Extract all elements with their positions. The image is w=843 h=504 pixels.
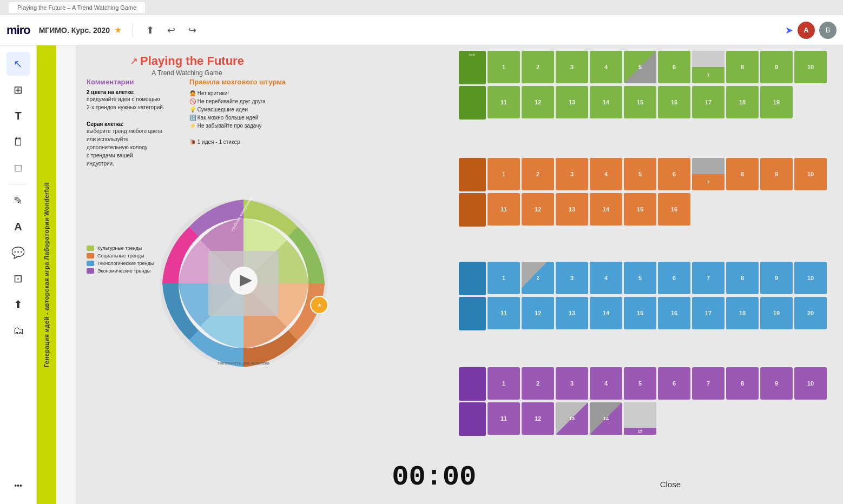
purple-card-8[interactable]: 8 bbox=[726, 367, 759, 400]
green-card-9[interactable]: 9 bbox=[760, 51, 793, 83]
purple-stub-2[interactable] bbox=[459, 402, 486, 436]
orange-card-13[interactable]: 13 bbox=[556, 193, 588, 226]
green-card-16[interactable]: 16 bbox=[658, 86, 690, 118]
blue-card-2[interactable]: 2 bbox=[522, 262, 554, 294]
green-card-18[interactable]: 18 bbox=[726, 86, 759, 118]
user-avatar[interactable]: A bbox=[798, 22, 815, 39]
upload-icon[interactable]: ⬆ bbox=[144, 22, 156, 38]
purple-card-3[interactable]: 3 bbox=[556, 367, 588, 400]
green-stub-2[interactable] bbox=[459, 86, 486, 120]
frame-tool[interactable]: ⊡ bbox=[6, 267, 30, 290]
orange-card-7[interactable]: 7 bbox=[692, 158, 725, 190]
upload-tool[interactable]: ⬆ bbox=[6, 293, 30, 316]
marker-tool[interactable]: A bbox=[6, 215, 30, 238]
orange-card-2[interactable]: 2 bbox=[522, 158, 554, 190]
shapes-tool[interactable]: □ bbox=[6, 156, 30, 180]
green-card-19[interactable]: 19 bbox=[760, 86, 793, 118]
blue-stub-1[interactable] bbox=[459, 262, 486, 295]
green-card-15[interactable]: 15 bbox=[624, 86, 656, 118]
blue-card-4[interactable]: 4 bbox=[590, 262, 622, 294]
blue-stub-2[interactable] bbox=[459, 297, 486, 330]
orange-card-16[interactable]: 16 bbox=[658, 193, 690, 226]
orange-card-4[interactable]: 4 bbox=[590, 158, 622, 190]
green-card-11[interactable]: 11 bbox=[488, 86, 520, 118]
template-tool[interactable]: 🗂 bbox=[6, 319, 30, 342]
text-tool[interactable]: T bbox=[6, 104, 30, 128]
green-card-6[interactable]: 6 bbox=[658, 51, 690, 83]
more-tools[interactable]: ••• bbox=[6, 474, 30, 498]
blue-card-3[interactable]: 3 bbox=[556, 262, 588, 294]
blue-card-17[interactable]: 17 bbox=[692, 297, 725, 329]
timer-display: 00:00 bbox=[392, 461, 476, 493]
green-stub-1[interactable]: text bbox=[459, 51, 486, 84]
green-card-10[interactable]: 10 bbox=[794, 51, 827, 83]
orange-stub-1[interactable] bbox=[459, 158, 486, 191]
grid-tool[interactable]: ⊞ bbox=[6, 78, 30, 102]
orange-stub-2[interactable] bbox=[459, 193, 486, 227]
blue-card-7[interactable]: 7 bbox=[692, 262, 725, 294]
close-button[interactable]: Close bbox=[660, 480, 681, 489]
blue-card-13[interactable]: 13 bbox=[556, 297, 588, 329]
blue-card-18[interactable]: 18 bbox=[726, 297, 759, 329]
orange-card-9[interactable]: 9 bbox=[760, 158, 793, 190]
orange-card-15[interactable]: 15 bbox=[624, 193, 656, 226]
sticky-tool[interactable]: 🗒 bbox=[6, 130, 30, 154]
purple-card-15[interactable]: 15 bbox=[624, 402, 656, 435]
green-card-13[interactable]: 13 bbox=[556, 86, 588, 118]
redo-icon[interactable]: ↪ bbox=[186, 22, 199, 38]
blue-card-10[interactable]: 10 bbox=[794, 262, 827, 294]
green-card-5[interactable]: 5 bbox=[624, 51, 656, 83]
purple-card-14[interactable]: 14 bbox=[590, 402, 622, 435]
green-card-3[interactable]: 3 bbox=[556, 51, 588, 83]
blue-card-16[interactable]: 16 bbox=[658, 297, 690, 329]
purple-stub-1[interactable] bbox=[459, 367, 486, 401]
green-card-1[interactable]: 1 bbox=[488, 51, 520, 83]
blue-card-5[interactable]: 5 bbox=[624, 262, 656, 294]
green-card-2[interactable]: 2 bbox=[522, 51, 554, 83]
orange-card-14[interactable]: 14 bbox=[590, 193, 622, 226]
purple-card-7[interactable]: 7 bbox=[692, 367, 725, 400]
blue-card-15[interactable]: 15 bbox=[624, 297, 656, 329]
orange-card-5[interactable]: 5 bbox=[624, 158, 656, 190]
green-card-17[interactable]: 17 bbox=[692, 86, 725, 118]
green-card-12[interactable]: 12 bbox=[522, 86, 554, 118]
blue-card-20[interactable]: 20 bbox=[794, 297, 827, 329]
purple-card-1[interactable]: 1 bbox=[488, 367, 520, 400]
purple-card-4[interactable]: 4 bbox=[590, 367, 622, 400]
purple-card-6[interactable]: 6 bbox=[658, 367, 690, 400]
orange-card-11[interactable]: 11 bbox=[488, 193, 520, 226]
purple-card-2[interactable]: 2 bbox=[522, 367, 554, 400]
orange-card-12[interactable]: 12 bbox=[522, 193, 554, 226]
purple-card-11[interactable]: 11 bbox=[488, 402, 520, 435]
share-icon[interactable]: ➤ bbox=[785, 24, 793, 36]
undo-icon[interactable]: ↩ bbox=[165, 22, 177, 38]
green-card-8[interactable]: 8 bbox=[726, 51, 759, 83]
user-avatar-2[interactable]: B bbox=[819, 22, 837, 39]
blue-card-8[interactable]: 8 bbox=[726, 262, 759, 294]
cursor-tool[interactable]: ↖ bbox=[6, 52, 30, 76]
purple-card-10[interactable]: 10 bbox=[794, 367, 827, 400]
blue-card-9[interactable]: 9 bbox=[760, 262, 793, 294]
orange-card-1[interactable]: 1 bbox=[488, 158, 520, 190]
orange-card-10[interactable]: 10 bbox=[794, 158, 827, 190]
purple-card-9[interactable]: 9 bbox=[760, 367, 793, 400]
purple-card-5[interactable]: 5 bbox=[624, 367, 656, 400]
green-card-14[interactable]: 14 bbox=[590, 86, 622, 118]
blue-card-14[interactable]: 14 bbox=[590, 297, 622, 329]
blue-card-6[interactable]: 6 bbox=[658, 262, 690, 294]
star-icon[interactable]: ★ bbox=[114, 25, 122, 35]
purple-card-13[interactable]: 13 bbox=[556, 402, 588, 435]
green-card-4[interactable]: 4 bbox=[590, 51, 622, 83]
blue-card-12[interactable]: 12 bbox=[522, 297, 554, 329]
blue-card-19[interactable]: 19 bbox=[760, 297, 793, 329]
comment-tool[interactable]: 💬 bbox=[6, 241, 30, 264]
green-card-7[interactable]: 7 bbox=[692, 51, 725, 83]
blue-card-1[interactable]: 1 bbox=[488, 262, 520, 294]
pen-tool[interactable]: ✎ bbox=[6, 189, 30, 213]
orange-card-6[interactable]: 6 bbox=[658, 158, 690, 190]
purple-card-12[interactable]: 12 bbox=[522, 402, 554, 435]
blue-card-11[interactable]: 11 bbox=[488, 297, 520, 329]
blue-section: 1 2 3 4 5 6 7 8 9 10 11 12 13 14 15 16 1… bbox=[459, 262, 838, 330]
orange-card-3[interactable]: 3 bbox=[556, 158, 588, 190]
orange-card-8[interactable]: 8 bbox=[726, 158, 759, 190]
